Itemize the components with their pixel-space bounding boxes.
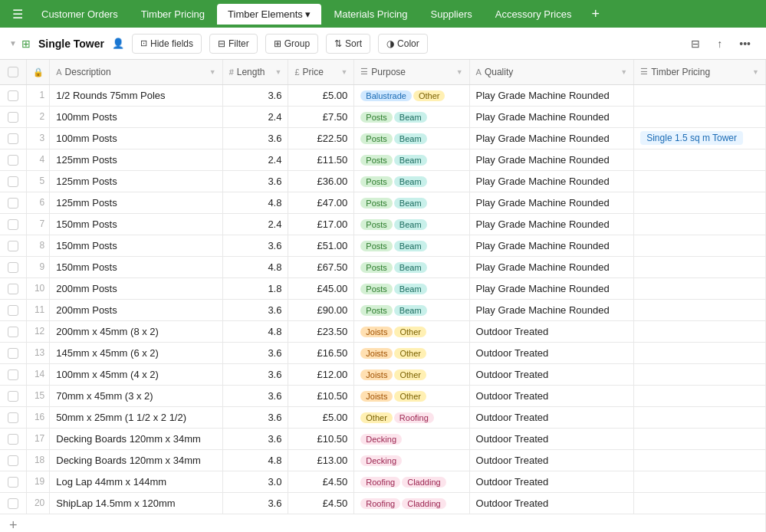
row-length[interactable]: 3.6 [222,406,288,428]
row-quality[interactable]: Outdoor Treated [469,320,634,342]
row-description[interactable]: 100mm Posts [50,106,222,127]
row-checkbox[interactable] [8,477,18,488]
row-quality[interactable]: Play Grade Machine Rounded [469,235,634,256]
row-description[interactable]: ShipLap 14.5mm x 120mm [50,492,222,514]
purpose-tag[interactable]: Beam [394,112,427,123]
row-checkbox-cell[interactable] [0,170,26,192]
row-timber-pricing[interactable] [634,299,766,320]
row-checkbox[interactable] [8,305,18,316]
row-purpose[interactable]: PostsBeam [354,277,469,299]
group-button[interactable]: ⊞ Group [265,34,318,54]
row-description[interactable]: 145mm x 45mm (6 x 2) [50,342,222,363]
nav-tab-timber-pricing[interactable]: Timber Pricing [130,4,215,25]
add-tab-button[interactable]: + [585,3,606,25]
purpose-tag[interactable]: Posts [360,112,393,123]
row-checkbox[interactable] [8,241,18,251]
row-price[interactable]: £10.50 [288,385,354,406]
purpose-tag[interactable]: Roofing [360,477,400,488]
row-checkbox[interactable] [8,498,18,509]
row-price[interactable]: £22.50 [288,127,354,149]
row-timber-pricing[interactable] [634,106,766,127]
row-timber-pricing[interactable] [634,471,766,492]
row-quality[interactable]: Outdoor Treated [469,492,634,514]
row-purpose[interactable]: OtherRoofing [354,406,469,428]
row-timber-pricing[interactable] [634,492,766,514]
purpose-tag[interactable]: Beam [394,176,427,187]
row-length[interactable]: 3.6 [222,299,288,320]
row-timber-pricing[interactable] [634,363,766,385]
purpose-tag[interactable]: Balustrade [360,90,412,101]
row-length[interactable]: 3.6 [222,170,288,192]
row-description[interactable]: 200mm Posts [50,277,222,299]
row-timber-pricing[interactable] [634,406,766,428]
purpose-tag[interactable]: Posts [360,219,393,230]
add-row-cell[interactable]: + [0,514,766,532]
row-quality[interactable]: Play Grade Machine Rounded [469,277,634,299]
row-length[interactable]: 3.6 [222,127,288,149]
share-user-icon[interactable]: 👤 [112,38,124,49]
row-price[interactable]: £45.00 [288,277,354,299]
row-quality[interactable]: Outdoor Treated [469,449,634,471]
row-timber-pricing[interactable] [634,385,766,406]
row-checkbox-cell[interactable] [0,299,26,320]
row-description[interactable]: 150mm Posts [50,213,222,235]
purpose-tag[interactable]: Other [394,369,426,380]
row-checkbox-cell[interactable] [0,320,26,342]
row-description[interactable]: 1/2 Rounds 75mm Poles [50,84,222,106]
row-description[interactable]: 100mm Posts [50,127,222,149]
row-price[interactable]: £4.50 [288,471,354,492]
row-length[interactable]: 3.6 [222,235,288,256]
row-purpose[interactable]: PostsBeam [354,127,469,149]
price-sort-arrow[interactable]: ▼ [340,68,347,76]
row-length[interactable]: 3.6 [222,385,288,406]
row-price[interactable]: £11.50 [288,149,354,170]
row-length[interactable]: 4.8 [222,192,288,213]
row-timber-pricing[interactable] [634,428,766,449]
row-description[interactable]: Decking Boards 120mm x 34mm [50,428,222,449]
row-length[interactable]: 1.8 [222,277,288,299]
row-length[interactable]: 3.6 [222,363,288,385]
purpose-tag[interactable]: Posts [360,305,393,316]
purpose-tag[interactable]: Beam [394,305,427,316]
row-timber-pricing[interactable] [634,149,766,170]
row-length[interactable]: 3.0 [222,471,288,492]
row-checkbox[interactable] [8,327,18,337]
row-checkbox[interactable] [8,262,18,273]
row-quality[interactable]: Play Grade Machine Rounded [469,149,634,170]
row-description[interactable]: 125mm Posts [50,192,222,213]
nav-tab-customer-orders[interactable]: Customer Orders [31,4,129,25]
row-quality[interactable]: Play Grade Machine Rounded [469,106,634,127]
row-purpose[interactable]: PostsBeam [354,235,469,256]
row-checkbox-cell[interactable] [0,342,26,363]
row-description[interactable]: 200mm x 45mm (8 x 2) [50,320,222,342]
purpose-tag[interactable]: Cladding [402,498,445,509]
row-description[interactable]: 200mm Posts [50,299,222,320]
row-quality[interactable]: Outdoor Treated [469,428,634,449]
row-price[interactable]: £5.00 [288,406,354,428]
row-checkbox[interactable] [8,155,18,166]
row-timber-pricing[interactable] [634,192,766,213]
row-checkbox-cell[interactable] [0,192,26,213]
purpose-tag[interactable]: Posts [360,133,393,144]
row-checkbox[interactable] [8,284,18,294]
row-purpose[interactable]: Decking [354,449,469,471]
row-description[interactable]: 125mm Posts [50,170,222,192]
row-price[interactable]: £17.00 [288,213,354,235]
more-options-icon[interactable]: ••• [733,34,757,54]
row-quality[interactable]: Outdoor Treated [469,471,634,492]
row-checkbox[interactable] [8,455,18,466]
row-price[interactable]: £7.50 [288,106,354,127]
row-quality[interactable]: Outdoor Treated [469,406,634,428]
row-timber-pricing[interactable] [634,277,766,299]
row-purpose[interactable]: JoistsOther [354,363,469,385]
row-timber-pricing[interactable] [634,342,766,363]
row-checkbox-cell[interactable] [0,277,26,299]
purpose-tag[interactable]: Decking [360,455,402,466]
row-description[interactable]: 50mm x 25mm (1 1/2 x 2 1/2) [50,406,222,428]
purpose-tag[interactable]: Cladding [402,477,445,488]
row-length[interactable]: 4.8 [222,256,288,277]
row-price[interactable]: £36.00 [288,170,354,192]
collapse-icon[interactable]: ⊟ [685,34,706,54]
purpose-column-header[interactable]: ☰ Purpose ▼ [354,60,469,84]
row-price[interactable]: £51.00 [288,235,354,256]
